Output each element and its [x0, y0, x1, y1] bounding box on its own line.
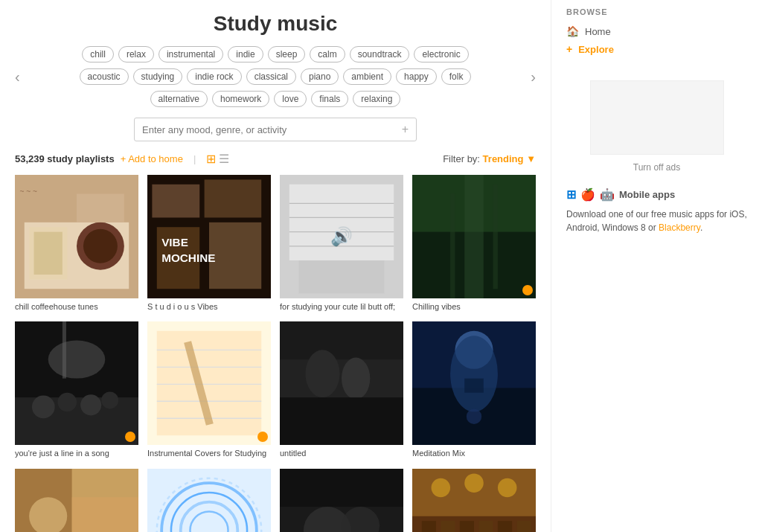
svg-point-46	[342, 358, 370, 400]
blackberry-link[interactable]: Blackberry	[659, 222, 700, 233]
svg-point-33	[101, 392, 118, 409]
svg-rect-72	[441, 521, 455, 532]
tags-prev-arrow[interactable]: ‹	[15, 68, 20, 86]
svg-text:VIBE: VIBE	[161, 236, 188, 249]
grid-view-icon[interactable]: ⊞	[206, 152, 216, 166]
playlist-title-4: Chilling vibes	[412, 301, 536, 313]
playlist-title-7: untitled	[280, 448, 403, 459]
svg-rect-76	[516, 521, 531, 532]
tag-classical[interactable]: classical	[246, 68, 296, 85]
svg-point-31	[57, 393, 77, 412]
tag-alternative[interactable]: alternative	[150, 91, 208, 107]
mobile-apps-header: ⊞ 🍎 🤖 Mobile apps	[566, 188, 747, 202]
tags-next-arrow[interactable]: ›	[531, 68, 536, 86]
svg-rect-34	[63, 321, 66, 379]
sidebar: BROWSE 🏠 Home + Explore Turn off ads ⊞ 🍎…	[551, 0, 762, 532]
playlist-card-7[interactable]: untitled	[280, 321, 403, 459]
thumb-10-image	[147, 469, 271, 532]
svg-rect-56	[72, 497, 138, 532]
thumb-11-image	[280, 469, 403, 532]
browse-title: BROWSE	[566, 7, 747, 16]
thumb-5-image	[15, 321, 138, 445]
tag-indie[interactable]: indie	[228, 46, 263, 63]
svg-rect-25	[450, 194, 455, 298]
android-icon: 🤖	[600, 188, 615, 202]
tag-electronic[interactable]: electronic	[414, 46, 468, 63]
svg-point-53	[467, 409, 481, 424]
playlist-card-2[interactable]: VIBE MOCHINE S t u d i o u s Vibes	[147, 175, 271, 313]
playlist-card-11[interactable]	[280, 469, 403, 532]
thumb-1-image: ~ ~ ~	[15, 175, 138, 298]
tag-happy[interactable]: happy	[396, 68, 437, 85]
svg-point-30	[32, 396, 55, 419]
thumb-6-image	[147, 321, 271, 445]
svg-rect-73	[460, 521, 474, 532]
tag-instrumental[interactable]: instrumental	[159, 46, 223, 63]
playlist-card-3[interactable]: 🔊 for studying your cute lil butt off;	[280, 175, 403, 313]
playlist-title-2: S t u d i o u s Vibes	[147, 301, 271, 313]
svg-rect-3	[34, 232, 63, 275]
tags-row-2: acoustic studying indie rock classical p…	[37, 68, 513, 85]
thumb-12-image	[412, 469, 536, 532]
playlist-card-1[interactable]: ~ ~ ~ chill coffeehouse tunes	[15, 175, 138, 313]
tag-homework[interactable]: homework	[212, 91, 269, 107]
sidebar-explore-label: Explore	[578, 44, 614, 55]
tag-love[interactable]: love	[274, 91, 307, 107]
mobile-apps-section: ⊞ 🍎 🤖 Mobile apps Download one of our fr…	[566, 188, 747, 234]
playlist-card-9[interactable]	[15, 469, 138, 532]
search-input[interactable]	[142, 124, 402, 135]
mobile-apps-text: Download one of our free music apps for …	[566, 208, 747, 234]
tag-acoustic[interactable]: acoustic	[80, 68, 129, 85]
add-to-home-button[interactable]: + Add to home	[121, 153, 183, 164]
tag-chill[interactable]: chill	[82, 46, 114, 63]
playlist-card-12[interactable]	[412, 469, 536, 532]
filter-label: Filter by: Trending ▼	[443, 153, 536, 164]
playlist-card-4[interactable]: Chilling vibes	[412, 175, 536, 313]
apple-icon: 🍎	[580, 188, 595, 202]
thumb-4-image	[412, 175, 536, 298]
tag-relaxing[interactable]: relaxing	[353, 91, 400, 107]
tag-sleep[interactable]: sleep	[268, 46, 306, 63]
tag-folk[interactable]: folk	[441, 68, 472, 85]
playlist-grid: ~ ~ ~ chill coffeehouse tunes VIBE MOCHI…	[15, 175, 536, 532]
tag-finals[interactable]: finals	[311, 91, 348, 107]
thumb-2-image: VIBE MOCHINE	[147, 175, 271, 298]
tag-ambient[interactable]: ambient	[343, 68, 391, 85]
playlist-card-5[interactable]: you're just a line in a song	[15, 321, 138, 459]
svg-rect-75	[498, 521, 512, 532]
search-add-icon[interactable]: +	[402, 123, 409, 136]
svg-text:~ ~ ~: ~ ~ ~	[19, 188, 37, 196]
svg-point-28	[48, 341, 106, 379]
view-toggle: ⊞ ☰	[206, 152, 229, 166]
svg-text:MOCHINE: MOCHINE	[161, 251, 215, 264]
playlist-card-10[interactable]	[147, 469, 271, 532]
turn-off-ads-button[interactable]: Turn off ads	[566, 162, 747, 173]
thumb-7-image	[280, 321, 403, 445]
svg-rect-74	[478, 521, 493, 532]
windows-icon: ⊞	[566, 188, 576, 202]
tag-indie-rock[interactable]: indie rock	[187, 68, 241, 85]
tag-relax[interactable]: relax	[118, 46, 154, 63]
tag-calm[interactable]: calm	[310, 46, 345, 63]
playlist-count: 53,239 study playlists	[15, 153, 115, 164]
sidebar-item-home[interactable]: 🏠 Home	[566, 22, 747, 40]
filter-trending-button[interactable]: Trending ▼	[483, 153, 536, 164]
sidebar-browse: BROWSE 🏠 Home + Explore	[566, 7, 747, 58]
tag-soundtrack[interactable]: soundtrack	[350, 46, 410, 63]
playlist-header: 53,239 study playlists + Add to home | ⊞…	[15, 152, 536, 166]
playlist-card-8[interactable]: Meditation Mix	[412, 321, 536, 459]
svg-rect-47	[280, 398, 403, 446]
svg-rect-52	[464, 379, 484, 393]
tag-studying[interactable]: studying	[133, 68, 183, 85]
svg-point-51	[450, 336, 498, 412]
tag-piano[interactable]: piano	[301, 68, 339, 85]
svg-point-45	[305, 350, 339, 398]
sidebar-home-label: Home	[585, 26, 611, 37]
list-view-icon[interactable]: ☰	[219, 152, 229, 166]
tags-section: ‹ chill relax instrumental indie sleep c…	[15, 46, 536, 107]
speaker-icon: 🔊	[330, 226, 353, 247]
sidebar-item-explore[interactable]: + Explore	[566, 40, 747, 58]
svg-rect-6	[77, 194, 124, 222]
tags-row-3: alternative homework love finals relaxin…	[37, 91, 513, 107]
playlist-card-6[interactable]: Instrumental Covers for Studying	[147, 321, 271, 459]
